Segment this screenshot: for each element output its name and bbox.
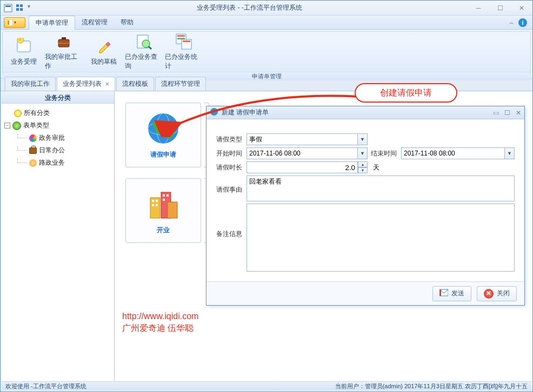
maximize-button[interactable]: ☐: [489, 1, 511, 16]
sidebar: 业务分类 所有分类 − 表单类型 政务审批: [1, 92, 115, 381]
doc-tab-template[interactable]: 流程模板: [116, 77, 154, 91]
svg-rect-36: [439, 289, 441, 296]
input-reason[interactable]: [246, 175, 515, 201]
dropdown-icon[interactable]: ▼: [505, 147, 515, 159]
svg-rect-32: [166, 194, 169, 197]
label-duration-unit: 天: [373, 163, 379, 172]
svg-rect-28: [156, 200, 158, 202]
annotation-callout: 创建请假申请: [355, 83, 457, 103]
svg-rect-3: [20, 4, 23, 7]
svg-rect-2: [16, 4, 19, 7]
label-duration: 请假时长: [216, 163, 246, 172]
svg-rect-5: [20, 8, 23, 11]
dropdown-icon[interactable]: ▼: [26, 4, 31, 12]
orange-ball-icon: [29, 159, 37, 167]
ribbon: 业务受理 我的审批工作 我的草稿 已办业务查询 已办业务统计 申请单管理: [1, 30, 532, 78]
sidebar-title: 业务分类: [1, 92, 114, 104]
minimize-button[interactable]: ─: [468, 1, 489, 16]
label-remark: 备注信息: [216, 204, 246, 239]
close-dialog-button[interactable]: ✕ 关闭: [477, 286, 517, 301]
tree-root[interactable]: 所有分类: [3, 107, 112, 119]
svg-rect-33: [163, 199, 165, 201]
ribbon-my-approval[interactable]: 我的审批工作: [45, 33, 83, 71]
status-left: 欢迎使用 -工作流平台管理系统: [5, 382, 86, 390]
menu-tab-process[interactable]: 流程管理: [75, 16, 114, 29]
dialog-close-button[interactable]: ✕: [516, 109, 521, 117]
close-tab-icon[interactable]: ✕: [105, 81, 109, 87]
globe-icon: [146, 111, 181, 146]
buildings-icon: [146, 187, 181, 221]
green-ball-icon: [12, 121, 21, 130]
svg-rect-26: [168, 202, 177, 218]
close-button[interactable]: ✕: [511, 1, 532, 16]
svg-rect-6: [6, 19, 13, 26]
tree-item-office[interactable]: 日常办公: [16, 144, 112, 157]
input-duration[interactable]: [246, 161, 358, 173]
briefcase-icon: [29, 147, 37, 154]
svg-rect-4: [16, 8, 19, 11]
svg-rect-20: [183, 40, 190, 42]
watermark: http://www.iqidi.com 广州爱奇迪 伍华聪: [122, 310, 198, 334]
svg-rect-24: [150, 198, 160, 218]
titlebar: ▼ 业务受理列表 - -工作流平台管理系统 ─ ☐ ✕: [1, 1, 532, 16]
menu-tab-help[interactable]: 帮助: [114, 16, 140, 29]
svg-rect-30: [156, 204, 158, 206]
input-leave-type[interactable]: 事假: [246, 133, 358, 145]
tree-group-formtype[interactable]: − 表单类型: [3, 119, 112, 132]
label-end-time: 结束时间: [371, 149, 401, 158]
svg-rect-31: [163, 194, 165, 197]
svg-rect-1: [5, 5, 11, 7]
bulb-icon: [14, 110, 22, 117]
view-toggle[interactable]: ▾: [4, 17, 25, 28]
svg-rect-27: [152, 200, 154, 202]
app-icon: [4, 4, 12, 12]
dialog-title-text: 新建 请假申请单: [222, 108, 269, 117]
leave-dialog: 新建 请假申请单 ▭ ☐ ✕ 请假类型 事假 ▼ 开始时间 2017-11-06…: [206, 106, 525, 306]
label-start-time: 开始时间: [216, 149, 246, 158]
dropdown-icon[interactable]: ▼: [358, 133, 368, 145]
tree-item-gov[interactable]: 政务审批: [16, 132, 112, 144]
mail-icon: [439, 289, 448, 298]
input-remark[interactable]: [246, 204, 515, 272]
status-right: 当前用户：管理员(admin) 2017年11月3日星期五 农历丁酉[鸡]年九月…: [335, 382, 528, 390]
dialog-titlebar: 新建 请假申请单 ▭ ☐ ✕: [206, 106, 524, 119]
dialog-icon: [210, 107, 218, 118]
close-icon: ✕: [484, 289, 494, 299]
window-title: 业务受理列表 - -工作流平台管理系统: [31, 3, 468, 12]
input-start-time[interactable]: 2017-11-06 08:00: [246, 147, 358, 159]
menubar: ▾ 申请单管理 流程管理 帮助 ︽ i: [1, 16, 532, 30]
statusbar: 欢迎使用 -工作流平台管理系统 当前用户：管理员(admin) 2017年11月…: [1, 381, 532, 391]
doc-tab-step[interactable]: 流程环节管理: [155, 77, 206, 91]
ribbon-business-accept[interactable]: 业务受理: [5, 33, 43, 71]
ribbon-done-stats[interactable]: 已办业务统计: [165, 33, 203, 71]
collapse-icon[interactable]: −: [4, 123, 10, 129]
tile-leave-application[interactable]: 请假申请: [125, 103, 201, 167]
tile-open-business[interactable]: 开业: [125, 178, 201, 243]
svg-rect-11: [62, 37, 66, 39]
grid-icon[interactable]: [16, 4, 24, 12]
dropdown-icon[interactable]: ▼: [358, 147, 368, 159]
svg-point-14: [142, 40, 150, 48]
palette-icon: [29, 134, 37, 142]
tree-item-road[interactable]: 路政业务: [16, 157, 112, 169]
dialog-maximize-button[interactable]: ☐: [504, 109, 510, 117]
doc-tab-business-list[interactable]: 业务受理列表✕: [57, 77, 115, 91]
doc-tab-approval[interactable]: 我的审批工作: [5, 77, 56, 91]
spinner[interactable]: ▲▼: [358, 161, 368, 173]
ribbon-done-query[interactable]: 已办业务查询: [125, 33, 163, 71]
dialog-minimize-button[interactable]: ▭: [493, 109, 499, 117]
label-leave-type: 请假类型: [216, 135, 246, 144]
svg-rect-7: [8, 21, 9, 25]
svg-line-15: [149, 46, 151, 49]
svg-rect-17: [177, 35, 185, 37]
category-tree: 所有分类 − 表单类型 政务审批 日常办公: [1, 104, 114, 172]
label-reason: 请假事由: [216, 175, 246, 194]
ribbon-my-draft[interactable]: 我的草稿: [85, 33, 123, 71]
collapse-ribbon-icon[interactable]: ︽: [509, 19, 514, 26]
svg-rect-12: [58, 43, 69, 44]
input-end-time[interactable]: 2017-11-08 08:00: [401, 147, 505, 159]
info-icon[interactable]: i: [518, 18, 527, 27]
send-button[interactable]: 发送: [432, 286, 471, 301]
menu-tab-application[interactable]: 申请单管理: [29, 16, 75, 30]
svg-rect-29: [152, 204, 154, 206]
